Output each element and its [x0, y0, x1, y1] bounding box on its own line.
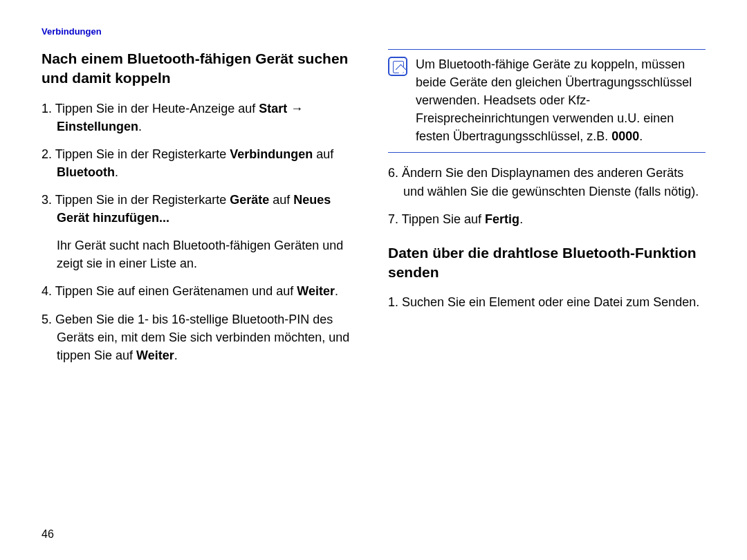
- left-column: Nach einem Bluetooth-fähigen Gerät suche…: [42, 49, 359, 374]
- step-text: .: [335, 284, 338, 298]
- step-6: 6. Ändern Sie den Displaynamen des ander…: [388, 164, 706, 200]
- bold-verbindungen: Verbindungen: [230, 147, 313, 161]
- step-7: 7. Tippen Sie auf Fertig.: [388, 210, 706, 228]
- bold-weiter: Weiter: [136, 348, 174, 362]
- step-text: 2. Tippen Sie in der Registerkarte: [42, 147, 230, 161]
- step-text: .: [115, 165, 118, 179]
- arrow-icon: →: [287, 102, 303, 115]
- note-body: Um Bluetooth-fähige Geräte zu koppeln, m…: [416, 57, 692, 143]
- step-text: 7. Tippen Sie auf: [388, 212, 485, 226]
- step-1: 1. Tippen Sie in der Heute-Anzeige auf S…: [42, 100, 359, 136]
- step-text: 3. Tippen Sie in der Registerkarte: [42, 193, 230, 207]
- send-step-1: 1. Suchen Sie ein Element oder eine Date…: [388, 293, 706, 311]
- heading-send-data: Daten über die drahtlose Bluetooth-Funkt…: [388, 243, 706, 283]
- step-text: .: [174, 348, 178, 362]
- step-3-note: Ihr Gerät sucht nach Bluetooth-fähigen G…: [42, 236, 359, 272]
- step-text: .: [519, 212, 523, 226]
- step-text: auf: [313, 147, 333, 161]
- step-text: .: [138, 120, 142, 133]
- two-column-layout: Nach einem Bluetooth-fähigen Gerät suche…: [42, 49, 706, 374]
- bold-bluetooth: Bluetooth: [57, 165, 115, 179]
- note-body: .: [639, 129, 643, 143]
- bold-geraete: Geräte: [230, 193, 269, 207]
- page-number: 46: [42, 528, 54, 541]
- note-text: Um Bluetooth-fähige Geräte zu koppeln, m…: [416, 55, 706, 145]
- bold-einstellungen: Einstellungen: [57, 120, 138, 133]
- info-note: Um Bluetooth-fähige Geräte zu koppeln, m…: [388, 49, 706, 153]
- right-column: Um Bluetooth-fähige Geräte zu koppeln, m…: [388, 49, 706, 374]
- section-header: Verbindungen: [42, 26, 706, 37]
- bold-fertig: Fertig: [485, 212, 519, 226]
- step-2: 2. Tippen Sie in der Registerkarte Verbi…: [42, 145, 359, 181]
- step-text: 4. Tippen Sie auf einen Gerätenamen und …: [42, 284, 297, 298]
- note-icon: [388, 57, 407, 76]
- step-4: 4. Tippen Sie auf einen Gerätenamen und …: [42, 282, 359, 300]
- step-text: auf: [269, 193, 293, 207]
- step-text: 1. Tippen Sie in der Heute-Anzeige auf: [42, 102, 259, 115]
- step-3: 3. Tippen Sie in der Registerkarte Gerät…: [42, 191, 359, 227]
- bold-0000: 0000: [611, 129, 639, 143]
- bold-weiter: Weiter: [297, 284, 335, 298]
- step-text: 5. Geben Sie die 1- bis 16-stellige Blue…: [42, 312, 349, 362]
- bold-start: Start: [259, 102, 287, 115]
- heading-search-pair: Nach einem Bluetooth-fähigen Gerät suche…: [42, 49, 359, 88]
- step-5: 5. Geben Sie die 1- bis 16-stellige Blue…: [42, 310, 359, 364]
